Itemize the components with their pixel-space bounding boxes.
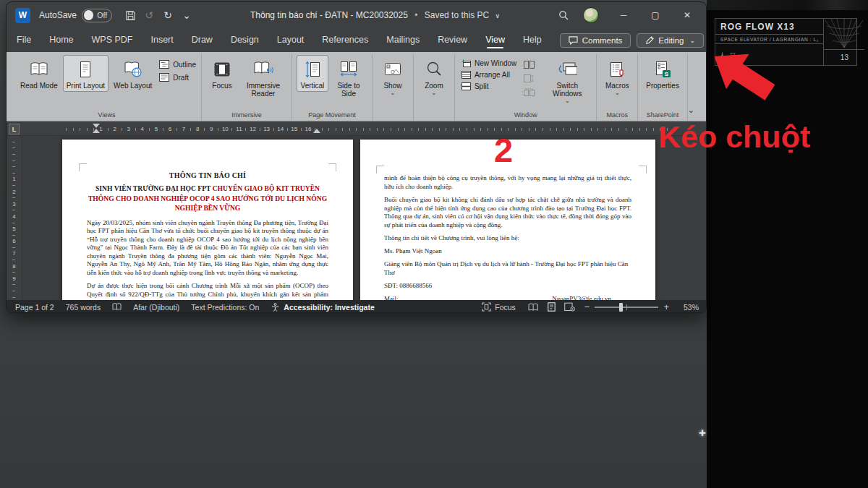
qat-customize-button[interactable]: ⌄ (177, 6, 196, 25)
new-window-icon (461, 59, 471, 67)
word-count[interactable]: 765 words (66, 303, 101, 312)
editing-label: Editing (658, 36, 684, 45)
first-line-indent-marker[interactable] (93, 124, 100, 128)
print-layout-view-button[interactable] (548, 302, 556, 312)
save-button[interactable] (121, 6, 140, 25)
synchronous-scrolling-icon (524, 74, 535, 82)
menu-tab-file[interactable]: File (17, 30, 31, 51)
annotation-label: Kéo chuột (658, 119, 810, 155)
accessibility-label: Accessibility: Investigate (284, 303, 374, 312)
switch-windows-chevron-icon: ⌄ (565, 98, 570, 105)
zoom-dropdown-button[interactable]: Zoom ⌄ (418, 55, 450, 99)
comments-label: Comments (582, 36, 623, 45)
autosave-control[interactable]: AutoSave Off (39, 9, 112, 22)
horizontal-ruler[interactable]: L 12345678910111213141516 (7, 122, 706, 136)
menu-tab-wps-pdf[interactable]: WPS PDF (92, 30, 133, 51)
side-to-side-label: Side to Side (333, 82, 364, 98)
synchronous-scrolling-button[interactable] (522, 74, 535, 83)
zoom-percentage[interactable]: 53% (678, 303, 699, 312)
word-logo-icon[interactable]: W (15, 8, 30, 23)
headline-black: SINH VIÊN TRƯỜNG ĐẠI HỌC FPT (95, 184, 213, 192)
contact-role: Giảng viên Bộ môn Quản trị Dịch vụ du lị… (384, 260, 631, 277)
autosave-toggle[interactable]: Off (82, 9, 112, 22)
focus-mode-icon (482, 302, 491, 312)
show-dropdown-button[interactable]: Show ⌄ (377, 55, 409, 99)
language-indicator[interactable]: Afar (Djibouti) (133, 303, 179, 312)
new-window-button[interactable]: New Window (461, 59, 516, 67)
menu-tab-view[interactable]: View (485, 30, 505, 51)
autosave-state: Off (97, 11, 107, 20)
menu-tab-draw[interactable]: Draw (192, 30, 213, 51)
web-layout-button[interactable]: Web Layout (110, 55, 156, 92)
rog-panel-right: 13 (824, 19, 864, 65)
outline-icon (159, 60, 169, 69)
focus-button[interactable]: Focus (206, 55, 238, 92)
switch-windows-button[interactable]: Switch Windows ⌄ (542, 55, 592, 107)
press-release-headline: SINH VIÊN TRƯỜNG ĐẠI HỌC FPT CHUYỂN GIAO… (87, 184, 328, 213)
read-mode-view-button[interactable] (528, 303, 539, 312)
accessibility-status[interactable]: Accessibility: Investigate (271, 303, 374, 312)
print-layout-button[interactable]: Print Layout (63, 55, 109, 92)
menu-tab-insert[interactable]: Insert (150, 30, 173, 51)
arrange-all-icon (461, 71, 471, 79)
menu-tab-references[interactable]: References (322, 30, 368, 51)
page-indicator[interactable]: Page 1 of 2 (15, 303, 54, 312)
vertical-label: Vertical (301, 82, 325, 90)
maximize-button[interactable]: ▢ (641, 4, 670, 26)
outline-button[interactable]: Outline (159, 60, 196, 69)
contact-intro: Thông tin chi tiết về Chương trình, vui … (384, 234, 631, 243)
collapse-ribbon-icon[interactable]: ⌄ (688, 106, 694, 115)
vertical-ruler[interactable]: 123456789 (7, 136, 22, 300)
immersive-reader-label: Immersive Reader (243, 82, 284, 98)
focus-icon (213, 59, 231, 80)
menu-tab-home[interactable]: Home (49, 30, 73, 51)
menu-tab-mailings[interactable]: Mailings (386, 30, 420, 51)
side-to-side-button[interactable]: Side to Side (330, 55, 367, 100)
zoom-in-button[interactable]: + (663, 301, 669, 312)
document-title[interactable]: Thông tin báo chí - ĐATN - MC20032025 • … (196, 10, 554, 20)
arrange-all-button[interactable]: Arrange All (461, 71, 516, 79)
focus-mode-button[interactable]: Focus (482, 302, 516, 312)
show-chevron-icon: ⌄ (391, 90, 396, 97)
menu-tab-layout[interactable]: Layout (277, 30, 305, 51)
search-icon[interactable] (554, 6, 573, 25)
view-side-by-side-button[interactable] (522, 60, 535, 69)
proofing-icon[interactable] (112, 303, 122, 311)
rog-wireframe-fan (824, 19, 864, 49)
vertical-button[interactable]: Vertical (297, 55, 328, 92)
hruler-ticks: 12345678910111213141516 (63, 122, 678, 136)
view-side-by-side-icon (524, 61, 535, 69)
view-shortcuts (528, 302, 575, 312)
menu-tab-help[interactable]: Help (523, 30, 542, 51)
split-button[interactable]: Split (461, 82, 516, 90)
zoom-chevron-icon: ⌄ (432, 90, 437, 97)
right-indent-marker[interactable] (313, 129, 320, 133)
properties-button[interactable]: S Properties (642, 55, 683, 92)
menu-tab-design[interactable]: Design (231, 30, 259, 51)
comments-button[interactable]: Comments (560, 33, 631, 48)
text-predictions[interactable]: Text Predictions: On (191, 303, 259, 312)
redo-button[interactable]: ↻ (158, 6, 177, 25)
immersive-group-label: Immersive (205, 111, 288, 121)
vertical-icon (305, 59, 320, 80)
zoom-slider-thumb[interactable] (619, 303, 623, 312)
reset-window-position-button[interactable] (522, 87, 535, 97)
menu-tab-review[interactable]: Review (438, 30, 467, 51)
zoom-out-button[interactable]: − (584, 301, 590, 312)
draft-button[interactable]: Draft (159, 73, 196, 82)
document-page-1[interactable]: THÔNG TIN BÁO CHÍ SINH VIÊN TRƯỜNG ĐẠI H… (62, 140, 353, 300)
macros-button[interactable]: Macros ⌄ (601, 55, 633, 99)
zoom-group-label (417, 111, 451, 121)
undo-button[interactable]: ↺ (140, 6, 158, 25)
zoom-slider[interactable] (595, 307, 658, 308)
web-layout-view-button[interactable] (564, 302, 575, 312)
editing-dropdown[interactable]: Editing ⌄ (637, 33, 704, 48)
read-mode-button[interactable]: Read Mode (17, 55, 61, 92)
user-avatar[interactable] (583, 7, 599, 23)
immersive-reader-button[interactable]: Immersive Reader (239, 55, 287, 100)
close-button[interactable]: ✕ (673, 4, 702, 26)
hanging-indent-marker[interactable] (93, 129, 100, 133)
saved-status[interactable]: Saved to this PC (425, 10, 489, 20)
tab-selector[interactable]: L (9, 124, 20, 134)
minimize-button[interactable]: ─ (609, 4, 638, 26)
